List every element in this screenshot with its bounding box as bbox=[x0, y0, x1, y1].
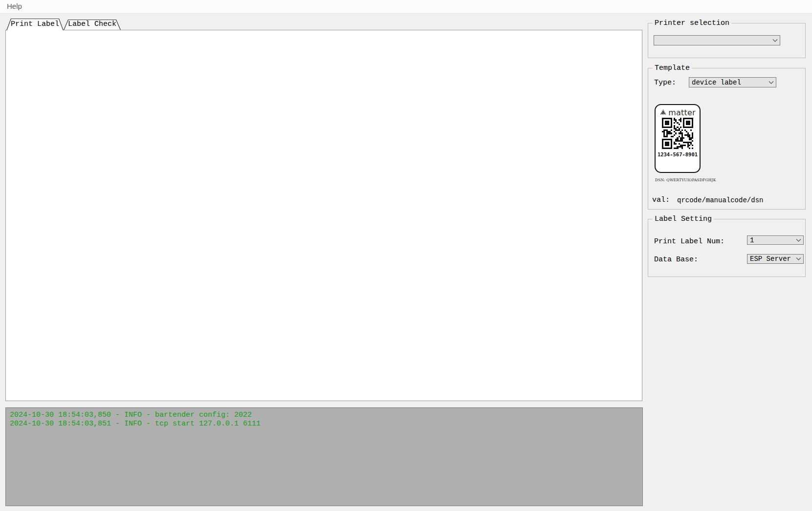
app-window: Help Print Label Label Check Method of g… bbox=[0, 0, 812, 511]
chevron-down-icon bbox=[796, 238, 801, 242]
chevron-down-icon bbox=[796, 257, 801, 261]
printer-selection-group: Printer selection bbox=[648, 23, 806, 58]
val-label: val: bbox=[652, 196, 670, 204]
template-title: Template bbox=[653, 64, 692, 72]
data-base-label: Data Base: bbox=[654, 256, 698, 264]
template-type-select[interactable]: device label bbox=[689, 77, 776, 87]
menu-help[interactable]: Help bbox=[5, 2, 24, 10]
template-type-label: Type: bbox=[654, 79, 676, 87]
matter-logo-icon bbox=[659, 109, 667, 116]
template-group: Template Type: device label matter bbox=[648, 68, 806, 210]
chevron-down-icon bbox=[772, 39, 778, 42]
val-value: qrcode/manualcode/dsn bbox=[677, 196, 763, 204]
log-line: 2024-10-30 18:54:03,850 - INFO - bartend… bbox=[10, 411, 638, 420]
log-line: 2024-10-30 18:54:03,851 - INFO - tcp sta… bbox=[10, 420, 638, 428]
menu-bar: Help bbox=[0, 0, 812, 14]
matter-label-preview: matter 1234-567-8901 bbox=[655, 104, 701, 173]
printer-select[interactable] bbox=[654, 35, 780, 45]
label-setting-group: Label Setting Print Label Num: 1 Data Ba… bbox=[648, 219, 806, 277]
qr-code-icon bbox=[662, 118, 693, 149]
tab-print-label-text: Print Label bbox=[6, 19, 64, 30]
tab-print-label[interactable]: Print Label bbox=[6, 19, 64, 30]
dsn-text: DSN: QWERTYUIOPASDFGHJK bbox=[655, 178, 716, 182]
qr-code bbox=[662, 118, 693, 149]
print-label-num-select[interactable]: 1 bbox=[747, 235, 804, 245]
label-setting-title: Label Setting bbox=[653, 215, 714, 223]
matter-brand-text: matter bbox=[668, 108, 696, 117]
template-type-selected-value: device label bbox=[692, 79, 741, 86]
tab-label-check[interactable]: Label Check bbox=[64, 20, 121, 30]
print-label-num-label: Print Label Num: bbox=[654, 237, 724, 246]
chevron-down-icon bbox=[768, 81, 774, 84]
matter-logo: matter bbox=[659, 108, 696, 116]
log-console[interactable]: 2024-10-30 18:54:03,850 - INFO - bartend… bbox=[5, 407, 643, 506]
data-base-select[interactable]: ESP Server bbox=[747, 254, 804, 264]
matter-pairing-code: 1234-567-8901 bbox=[658, 151, 698, 157]
print-label-num-value: 1 bbox=[750, 236, 754, 244]
printer-selection-title: Printer selection bbox=[653, 19, 731, 27]
tab-label-check-text: Label Check bbox=[64, 20, 121, 30]
print-label-tab-panel bbox=[5, 30, 642, 401]
data-base-value: ESP Server bbox=[750, 255, 791, 263]
